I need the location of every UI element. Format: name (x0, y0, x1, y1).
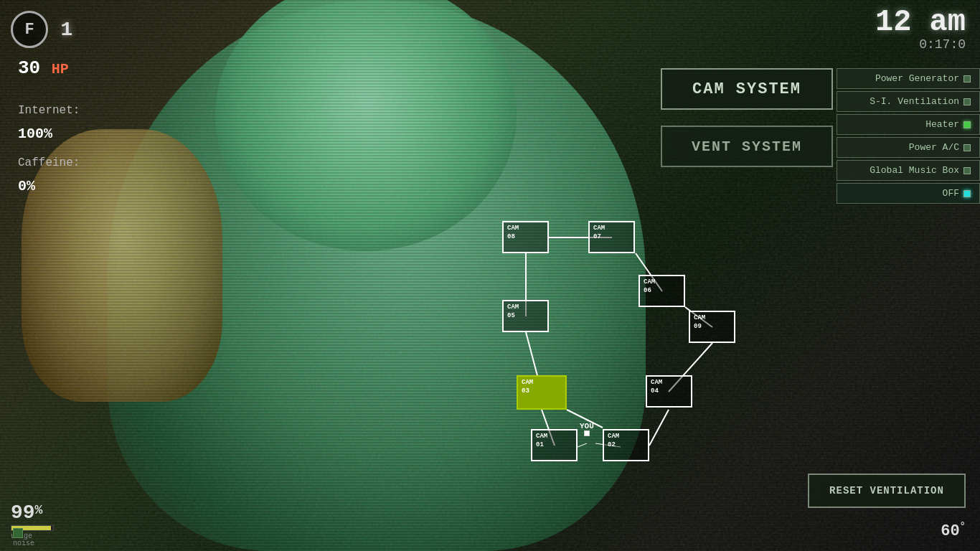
off-indicator (963, 190, 971, 197)
camera-node-cam06[interactable]: CAM 06 (639, 275, 685, 307)
right-panel: Power Generator S-I. Ventilation Heater … (837, 68, 980, 204)
camera-node-cam02[interactable]: CAM 02 (603, 429, 649, 461)
camera-label-cam07: CAM 07 (593, 225, 605, 241)
camera-label-cam02: CAM 02 (608, 433, 619, 449)
off-label: OFF (943, 188, 959, 199)
camera-label-cam09: CAM 09 (694, 314, 705, 331)
heater-button[interactable]: Heater (837, 114, 980, 135)
svg-line-9 (578, 443, 587, 447)
ventilation-label: S-I. Ventilation (870, 96, 959, 107)
vent-system-button[interactable]: VENT SYSTEM (661, 126, 833, 167)
camera-label-cam04: CAM 04 (651, 379, 662, 395)
camera-node-cam05[interactable]: CAM 05 (502, 300, 549, 332)
you-dot (584, 430, 590, 436)
camera-label-cam01: CAM 01 (536, 433, 547, 449)
power-generator-label: Power Generator (875, 73, 959, 84)
camera-map: CAM 01CAM 02CAM 03CAM 04CAM 05CAM 06CAM … (430, 207, 782, 508)
power-ac-indicator (963, 144, 971, 151)
camera-node-cam03[interactable]: CAM 03 (517, 375, 567, 410)
power-generator-button[interactable]: Power Generator (837, 68, 980, 89)
vent-system-label: VENT SYSTEM (692, 138, 802, 155)
camera-node-cam07[interactable]: CAM 07 (588, 221, 635, 253)
camera-label-cam06: CAM 06 (644, 278, 655, 295)
reset-ventilation-button[interactable]: RESET VENTILATION (808, 474, 966, 508)
reset-ventilation-label: RESET VENTILATION (829, 485, 944, 496)
global-music-box-label: Global Music Box (870, 165, 959, 176)
camera-label-cam08: CAM 08 (507, 225, 519, 241)
ventilation-indicator (963, 98, 971, 105)
cam-system-label: CAM SYSTEM (692, 80, 801, 98)
global-music-box-button[interactable]: Global Music Box (837, 160, 980, 181)
you-marker: YOU (580, 422, 594, 436)
power-generator-indicator (963, 75, 971, 83)
camera-node-cam04[interactable]: CAM 04 (646, 375, 692, 408)
camera-label-cam03: CAM 03 (522, 379, 533, 395)
camera-node-cam08[interactable]: CAM 08 (502, 221, 549, 253)
camera-node-cam01[interactable]: CAM 01 (531, 429, 578, 461)
power-ac-label: Power A/C (909, 142, 959, 153)
ventilation-button[interactable]: S-I. Ventilation (837, 91, 980, 112)
heater-label: Heater (925, 119, 959, 130)
global-music-box-indicator (963, 167, 971, 174)
svg-line-8 (649, 410, 669, 446)
off-button[interactable]: OFF (837, 183, 980, 204)
camera-node-cam09[interactable]: CAM 09 (689, 311, 735, 343)
heater-indicator (963, 121, 971, 128)
camera-label-cam05: CAM 05 (507, 303, 519, 320)
cam-system-button[interactable]: CAM SYSTEM (661, 68, 833, 110)
you-label: YOU (580, 422, 594, 430)
power-ac-button[interactable]: Power A/C (837, 137, 980, 158)
